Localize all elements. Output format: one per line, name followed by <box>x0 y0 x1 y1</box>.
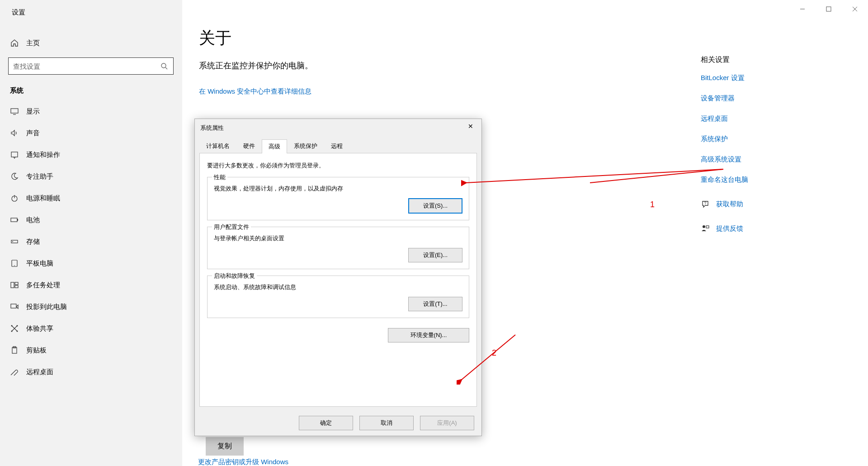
dialog-tabs: 计算机名 硬件 高级 系统保护 远程 <box>199 139 477 153</box>
project-icon <box>10 302 19 311</box>
system-properties-dialog: 系统属性 ✕ 计算机名 硬件 高级 系统保护 远程 要进行大多数更改，你必须作为… <box>194 119 482 436</box>
link-system-protection[interactable]: 系统保护 <box>701 135 818 143</box>
svg-line-5 <box>165 67 167 69</box>
nav-storage[interactable]: 存储 <box>0 231 182 252</box>
svg-rect-8 <box>11 152 18 157</box>
startup-recovery-settings-button[interactable]: 设置(T)... <box>408 297 462 311</box>
svg-point-14 <box>12 241 13 242</box>
nav-clipboard[interactable]: 剪贴板 <box>0 339 182 361</box>
nav-power[interactable]: 电源和睡眠 <box>0 187 182 209</box>
group-desc: 与登录帐户相关的桌面设置 <box>214 234 462 243</box>
nav-shared[interactable]: 体验共享 <box>0 318 182 339</box>
link-remote-desktop[interactable]: 远程桌面 <box>701 114 818 123</box>
window-controls <box>789 0 868 18</box>
apply-button[interactable]: 应用(A) <box>420 416 474 430</box>
group-startup-recovery: 启动和故障恢复 系统启动、系统故障和调试信息 设置(T)... <box>207 276 469 318</box>
nav-label: 远程桌面 <box>26 368 53 376</box>
tablet-icon <box>10 259 19 268</box>
tab-hardware[interactable]: 硬件 <box>236 139 262 153</box>
search-input-container[interactable] <box>8 57 174 75</box>
remote-icon <box>10 367 19 376</box>
svg-rect-31 <box>706 226 709 228</box>
group-user-profiles: 用户配置文件 与登录帐户相关的桌面设置 设置(E)... <box>207 227 469 269</box>
nav-battery[interactable]: 电池 <box>0 209 182 231</box>
feedback-icon <box>701 224 710 233</box>
link-advanced-system[interactable]: 高级系统设置 <box>701 155 818 164</box>
nav-multitask[interactable]: 多任务处理 <box>0 274 182 296</box>
performance-settings-button[interactable]: 设置(S)... <box>408 198 462 214</box>
svg-rect-1 <box>826 7 831 11</box>
nav-label: 平板电脑 <box>26 259 53 268</box>
related-settings-panel: 相关设置 BitLocker 设置 设备管理器 远程桌面 系统保护 高级系统设置… <box>701 55 818 241</box>
section-title: 系统 <box>0 80 182 100</box>
nav-sound[interactable]: 声音 <box>0 122 182 144</box>
nav-tablet[interactable]: 平板电脑 <box>0 252 182 274</box>
moon-icon <box>10 172 19 181</box>
environment-variables-button[interactable]: 环境变量(N)... <box>388 328 469 342</box>
help-label: 获取帮助 <box>716 200 743 209</box>
search-icon <box>160 62 169 71</box>
nav-remote[interactable]: 远程桌面 <box>0 361 182 383</box>
nav-label: 多任务处理 <box>26 281 60 290</box>
feedback-label: 提供反馈 <box>716 224 743 233</box>
close-button[interactable] <box>842 0 868 18</box>
svg-rect-6 <box>11 109 18 113</box>
svg-point-24 <box>17 325 18 327</box>
svg-rect-18 <box>15 282 18 285</box>
group-desc: 视觉效果，处理器计划，内存使用，以及虚拟内存 <box>214 185 462 193</box>
power-icon <box>10 194 19 203</box>
user-profiles-settings-button[interactable]: 设置(E)... <box>408 248 462 262</box>
annotation-label-1: 1 <box>650 200 655 209</box>
tab-system-protection[interactable]: 系统保护 <box>287 139 324 153</box>
nav-label: 显示 <box>26 107 40 116</box>
svg-point-4 <box>161 63 166 68</box>
get-help[interactable]: ? 获取帮助 <box>701 200 818 209</box>
dialog-close-button[interactable]: ✕ <box>465 123 476 133</box>
nav-notifications[interactable]: 通知和操作 <box>0 144 182 166</box>
svg-point-25 <box>11 331 13 332</box>
security-center-link[interactable]: 在 Windows 安全中心中查看详细信息 <box>199 87 311 95</box>
notification-icon <box>10 150 19 159</box>
nav-display[interactable]: 显示 <box>0 100 182 122</box>
cancel-button[interactable]: 取消 <box>359 416 414 430</box>
tab-computer-name[interactable]: 计算机名 <box>199 139 236 153</box>
nav-label: 专注助手 <box>26 172 53 181</box>
storage-icon <box>10 237 19 246</box>
nav-label: 剪贴板 <box>26 346 47 355</box>
svg-rect-11 <box>11 218 17 222</box>
multitask-icon <box>10 281 19 290</box>
annotation-label-2: 2 <box>492 348 496 358</box>
svg-text:?: ? <box>704 201 706 205</box>
window-title: 设置 <box>0 0 182 25</box>
minimize-button[interactable] <box>789 0 816 18</box>
tab-advanced[interactable]: 高级 <box>262 139 287 153</box>
copy-button[interactable]: 复制 <box>206 437 244 456</box>
give-feedback[interactable]: 提供反馈 <box>701 224 818 233</box>
maximize-button[interactable] <box>816 0 842 18</box>
page-title: 关于 <box>199 27 868 49</box>
nav-label: 声音 <box>26 129 40 138</box>
clipboard-icon <box>10 346 19 355</box>
share-icon <box>10 324 19 333</box>
tab-body: 要进行大多数更改，你必须作为管理员登录。 性能 视觉效果，处理器计划，内存使用，… <box>199 153 477 407</box>
link-rename-pc[interactable]: 重命名这台电脑 <box>701 176 818 184</box>
tab-remote[interactable]: 远程 <box>324 139 349 153</box>
dialog-title: 系统属性 <box>200 124 224 132</box>
search-input[interactable] <box>13 62 160 70</box>
group-title: 启动和故障恢复 <box>212 272 257 280</box>
nav-home[interactable]: 主页 <box>0 34 182 52</box>
nav-focus[interactable]: 专注助手 <box>0 166 182 187</box>
nav-label: 电源和睡眠 <box>26 194 60 203</box>
svg-rect-17 <box>11 282 14 288</box>
nav-projecting[interactable]: 投影到此电脑 <box>0 296 182 318</box>
link-bitlocker[interactable]: BitLocker 设置 <box>701 74 818 82</box>
nav-label: 投影到此电脑 <box>26 303 67 311</box>
home-icon <box>10 38 19 48</box>
ok-button[interactable]: 确定 <box>299 416 353 430</box>
sidebar: 设置 主页 系统 显示 声音 通知和操作 专注助手 电源和睡眠 电池 存储 平板… <box>0 0 182 466</box>
link-device-manager[interactable]: 设备管理器 <box>701 94 818 103</box>
group-desc: 系统启动、系统故障和调试信息 <box>214 283 462 291</box>
product-key-link[interactable]: 更改产品密钥或升级 Windows <box>198 458 288 466</box>
svg-line-33 <box>466 169 723 183</box>
admin-note: 要进行大多数更改，你必须作为管理员登录。 <box>207 162 469 170</box>
